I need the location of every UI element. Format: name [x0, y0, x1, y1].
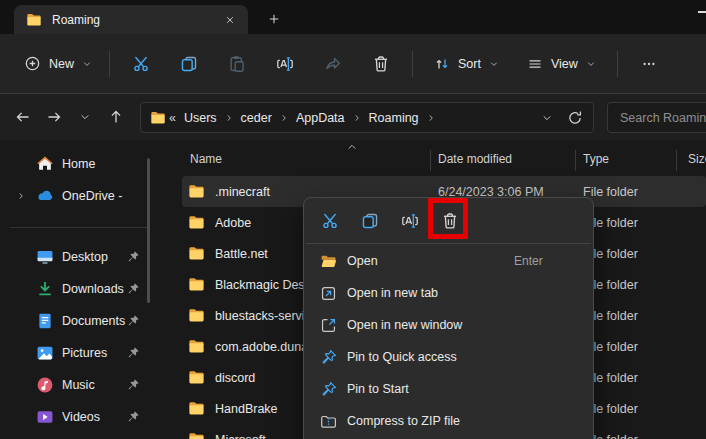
pinned-icon: [126, 410, 140, 424]
context-copy-button[interactable]: [352, 204, 388, 238]
context-menu-quick-actions: [304, 198, 593, 243]
address-dropdown-chevron-icon[interactable]: [541, 112, 553, 124]
pin-blue-icon: [320, 349, 337, 366]
sidebar-item-documents[interactable]: Documents: [4, 305, 176, 337]
pinned-icon: [126, 378, 140, 392]
new-button[interactable]: New: [14, 47, 102, 80]
tab-roaming[interactable]: Roaming: [14, 5, 248, 34]
address-row: « UserscederAppDataRoaming: [0, 93, 706, 140]
sidebar-item-home[interactable]: Home: [4, 148, 176, 180]
breadcrumb-chevron-icon[interactable]: [352, 113, 362, 123]
breadcrumb-segment-users[interactable]: Users: [179, 109, 222, 127]
pinned-icon: [126, 282, 140, 296]
up-button[interactable]: [100, 102, 131, 132]
minimize-button-partial[interactable]: [698, 11, 706, 13]
breadcrumb-chevron-icon[interactable]: [279, 113, 289, 123]
column-divider: [430, 150, 431, 171]
sidebar-item-label: Desktop: [62, 250, 126, 264]
search-input[interactable]: [618, 110, 706, 126]
expand-chevron-icon: [16, 191, 26, 201]
column-header-type[interactable]: Type: [583, 152, 609, 166]
sidebar-item-music[interactable]: Music: [4, 369, 176, 401]
rename-icon: [401, 212, 419, 230]
menu-item-label: Pin to Quick access: [347, 350, 457, 364]
sort-button[interactable]: Sort: [423, 47, 510, 81]
address-bar-end: [541, 110, 587, 126]
view-button[interactable]: View: [516, 47, 607, 81]
sidebar-item-onedrive-pers[interactable]: OneDrive - Pers: [4, 180, 176, 212]
pictures-icon: [36, 344, 54, 362]
breadcrumb-segment-appdata[interactable]: AppData: [291, 109, 350, 127]
menu-item-open-in-new-window[interactable]: Open in new window: [308, 309, 589, 341]
see-more-button[interactable]: [629, 46, 669, 82]
view-icon: [527, 56, 543, 72]
context-rename-button[interactable]: [392, 204, 428, 238]
pinned-icon: [126, 378, 140, 392]
menu-item-open[interactable]: OpenEnter: [308, 245, 589, 277]
menu-item-pin-to-start[interactable]: Pin to Start: [308, 373, 589, 405]
expand-chevron-icon[interactable]: [16, 191, 30, 201]
music-icon: [36, 376, 54, 394]
column-header-date-modified[interactable]: Date modified: [438, 152, 512, 166]
context-menu: OpenEnterOpen in new tabOpen in new wind…: [303, 197, 594, 439]
sidebar-item-downloads[interactable]: Downloads: [4, 273, 176, 305]
navigation-buttons: [7, 102, 131, 132]
breadcrumb-chevron-icon[interactable]: [426, 113, 436, 123]
navigation-sidebar: HomeOneDrive - Pers DesktopDownloadsDocu…: [0, 140, 180, 439]
breadcrumb-segment-roaming[interactable]: Roaming: [364, 109, 424, 127]
chevron-down-icon: [79, 111, 91, 123]
menu-item-label: Open: [347, 254, 378, 268]
menu-item-open-in-new-tab[interactable]: Open in new tab: [308, 277, 589, 309]
toolbar-copy-button[interactable]: [169, 46, 209, 82]
up-arrow-icon: [108, 109, 124, 125]
back-arrow-icon: [15, 109, 31, 125]
breadcrumb-collapsed[interactable]: «: [166, 109, 179, 127]
pinned-icon: [126, 346, 140, 360]
context-cut-button[interactable]: [312, 204, 348, 238]
breadcrumb-segment-ceder[interactable]: ceder: [236, 109, 277, 127]
folder-icon: [188, 431, 205, 439]
menu-item-label: Open in new tab: [347, 286, 438, 300]
column-header-name[interactable]: Name: [190, 152, 222, 166]
context-menu-items: OpenEnterOpen in new tabOpen in new wind…: [304, 244, 593, 437]
address-bar[interactable]: « UserscederAppDataRoaming: [140, 102, 594, 133]
sidebar-top-list: HomeOneDrive - Pers: [0, 148, 180, 212]
zip-icon: [320, 413, 337, 430]
menu-item-shortcut: Enter: [514, 254, 543, 268]
sidebar-item-videos[interactable]: Videos: [4, 401, 176, 433]
divider: [10, 227, 150, 228]
menu-item-compress-to-zip-file[interactable]: Compress to ZIP file: [308, 405, 589, 437]
new-button-label: New: [49, 57, 74, 71]
videos-icon: [36, 408, 54, 426]
recent-locations-button[interactable]: [69, 102, 100, 132]
toolbar-share-button[interactable]: [313, 46, 353, 82]
sidebar-item-pictures[interactable]: Pictures: [4, 337, 176, 369]
breadcrumb-chevron-icon[interactable]: [224, 113, 234, 123]
copy-icon: [361, 212, 379, 230]
forward-button[interactable]: [38, 102, 69, 132]
rename-icon: [276, 55, 294, 73]
sidebar-item-desktop[interactable]: Desktop: [4, 241, 176, 273]
menu-item-label: Open in new window: [347, 318, 462, 332]
toolbar-rename-button[interactable]: [265, 46, 305, 82]
toolbar-delete-button[interactable]: [361, 46, 401, 82]
folder-icon: [150, 110, 166, 126]
share-icon: [324, 55, 342, 73]
toolbar-paste-button[interactable]: [217, 46, 257, 82]
pinned-icon: [126, 346, 140, 360]
tab-close-button[interactable]: [218, 9, 242, 31]
refresh-icon[interactable]: [567, 110, 583, 126]
column-divider: [575, 150, 576, 171]
toolbar-cut-button[interactable]: [121, 46, 161, 82]
home-icon: [36, 155, 54, 173]
plus-circle-icon: [24, 55, 41, 72]
open-new-tab-icon: [320, 285, 337, 302]
column-header-size[interactable]: Size: [688, 152, 706, 166]
menu-item-pin-to-quick-access[interactable]: Pin to Quick access: [308, 341, 589, 373]
folder-icon: [188, 338, 205, 355]
back-button[interactable]: [7, 102, 38, 132]
pinned-icon: [126, 410, 140, 424]
breadcrumb: UserscederAppDataRoaming: [179, 109, 438, 127]
new-tab-button[interactable]: [261, 8, 287, 30]
sidebar-scrollbar[interactable]: [147, 158, 150, 303]
